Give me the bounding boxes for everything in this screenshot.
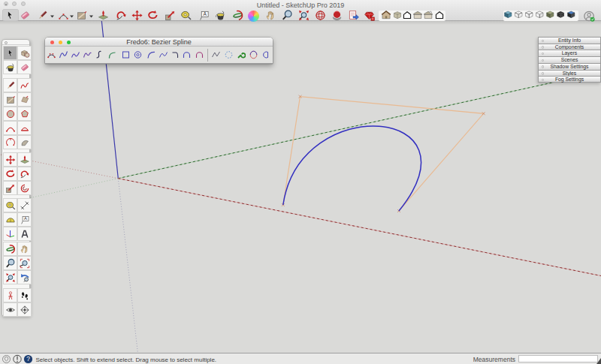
svg-text:A: A (24, 216, 27, 221)
svg-text:A: A (204, 11, 207, 17)
svg-text:?: ? (26, 355, 30, 362)
